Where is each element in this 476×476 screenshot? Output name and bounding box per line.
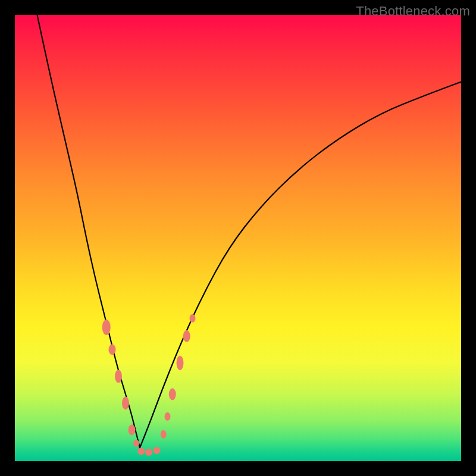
curve-marker bbox=[133, 440, 139, 447]
curve-marker bbox=[145, 449, 152, 456]
curve-marker bbox=[109, 345, 116, 355]
curve-marker bbox=[169, 389, 176, 400]
chart-frame: TheBottleneck.com bbox=[0, 0, 476, 476]
curve-marker bbox=[183, 330, 190, 342]
curve-marker bbox=[102, 320, 111, 335]
curve-marker bbox=[161, 430, 167, 439]
curve-marker bbox=[137, 448, 145, 455]
bottleneck-line bbox=[37, 15, 462, 448]
curve-marker bbox=[122, 397, 129, 410]
plot-area bbox=[15, 15, 461, 461]
curve-marker bbox=[165, 412, 171, 421]
curve-marker bbox=[154, 447, 161, 454]
curve-marker bbox=[190, 314, 196, 322]
bottleneck-curve bbox=[15, 15, 461, 461]
curve-marker bbox=[177, 356, 184, 370]
watermark-label: TheBottleneck.com bbox=[356, 4, 470, 19]
curve-marker bbox=[115, 370, 122, 383]
curve-marker bbox=[129, 425, 136, 436]
